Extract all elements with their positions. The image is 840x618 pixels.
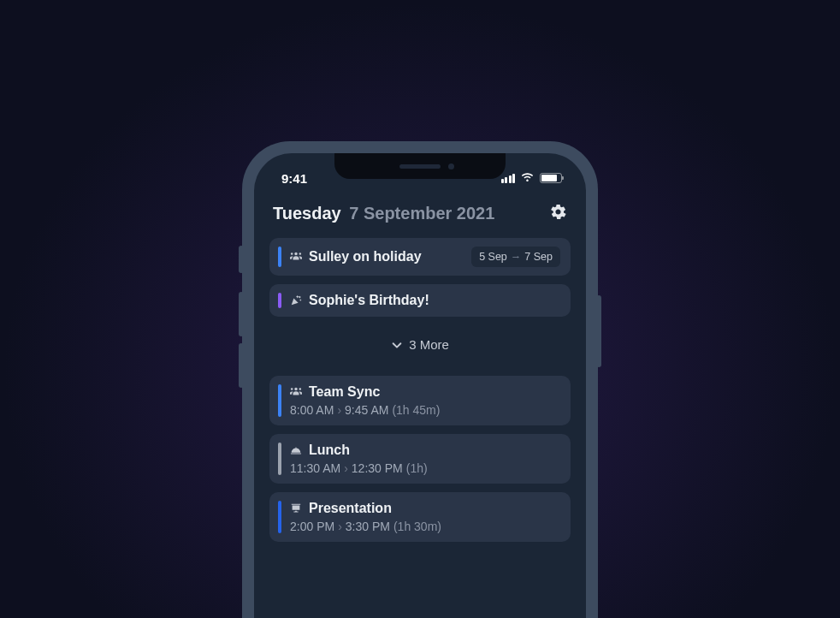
event-title: Sophie's Birthday! [309, 293, 429, 308]
event-color-bar [278, 247, 281, 267]
settings-button[interactable] [549, 203, 567, 224]
event-start-time: 8:00 AM [290, 403, 334, 417]
event-date-range: 5 Sep → 7 Sep [471, 247, 560, 267]
event-duration: (1h) [406, 461, 428, 475]
event-duration: (1h 45m) [392, 403, 440, 417]
event-color-bar [278, 501, 281, 533]
arrow-right-icon: → [511, 251, 522, 263]
event-card-timed[interactable]: Presentation 2:00 PM › 3:30 PM (1h 30m) [269, 492, 571, 542]
event-end-time: 12:30 PM [352, 461, 403, 475]
phone-mockup: 9:41 Tuesday 7 September 2021 [242, 141, 598, 618]
event-duration: (1h 30m) [393, 520, 441, 533]
date-to: 7 Sep [524, 251, 553, 263]
page-header: Tuesday 7 September 2021 [254, 191, 586, 233]
gear-icon [549, 209, 567, 223]
event-color-bar [278, 443, 281, 475]
date-text: 7 September 2021 [349, 204, 494, 223]
event-card-allday[interactable]: Sulley on holiday 5 Sep → 7 Sep [269, 238, 571, 276]
date-from: 5 Sep [479, 251, 507, 263]
event-end-time: 9:45 AM [345, 403, 388, 417]
status-icons [501, 170, 563, 186]
more-label: 3 More [409, 337, 449, 352]
phone-screen: 9:41 Tuesday 7 September 2021 [254, 153, 586, 618]
phone-frame: 9:41 Tuesday 7 September 2021 [242, 141, 598, 618]
day-name: Tuesday [273, 204, 341, 223]
show-more-button[interactable]: 3 More [269, 325, 571, 367]
presentation-icon [290, 502, 302, 514]
wifi-icon [520, 170, 535, 186]
chevron-right-icon: › [337, 403, 341, 417]
event-card-timed[interactable]: Team Sync 8:00 AM › 9:45 AM (1h 45m) [269, 376, 571, 425]
battery-icon [540, 173, 562, 183]
events-list: Sulley on holiday 5 Sep → 7 Sep [254, 233, 586, 547]
event-title: Sulley on holiday [309, 249, 422, 264]
event-color-bar [278, 384, 281, 417]
event-end-time: 3:30 PM [346, 520, 390, 533]
chevron-down-icon [391, 339, 403, 351]
event-title: Lunch [309, 443, 350, 458]
speaker-grill [399, 164, 441, 169]
chevron-right-icon: › [344, 461, 348, 475]
food-icon [290, 444, 302, 456]
page-title: Tuesday 7 September 2021 [273, 204, 494, 223]
event-time: 8:00 AM › 9:45 AM (1h 45m) [290, 403, 560, 417]
event-card-allday[interactable]: Sophie's Birthday! [269, 284, 571, 317]
event-start-time: 2:00 PM [290, 520, 334, 533]
phone-notch [334, 153, 506, 179]
people-icon [290, 251, 302, 263]
party-icon [290, 294, 302, 306]
chevron-right-icon: › [338, 520, 342, 533]
event-start-time: 11:30 AM [290, 461, 340, 475]
front-camera [448, 163, 454, 169]
event-title: Team Sync [309, 384, 380, 400]
status-time: 9:41 [281, 171, 307, 186]
people-icon [290, 386, 302, 398]
event-color-bar [278, 293, 281, 308]
event-card-timed[interactable]: Lunch 11:30 AM › 12:30 PM (1h) [269, 434, 571, 484]
event-time: 11:30 AM › 12:30 PM (1h) [290, 461, 560, 475]
event-title: Presentation [309, 501, 392, 516]
event-time: 2:00 PM › 3:30 PM (1h 30m) [290, 520, 560, 533]
cellular-signal-icon [501, 174, 516, 183]
